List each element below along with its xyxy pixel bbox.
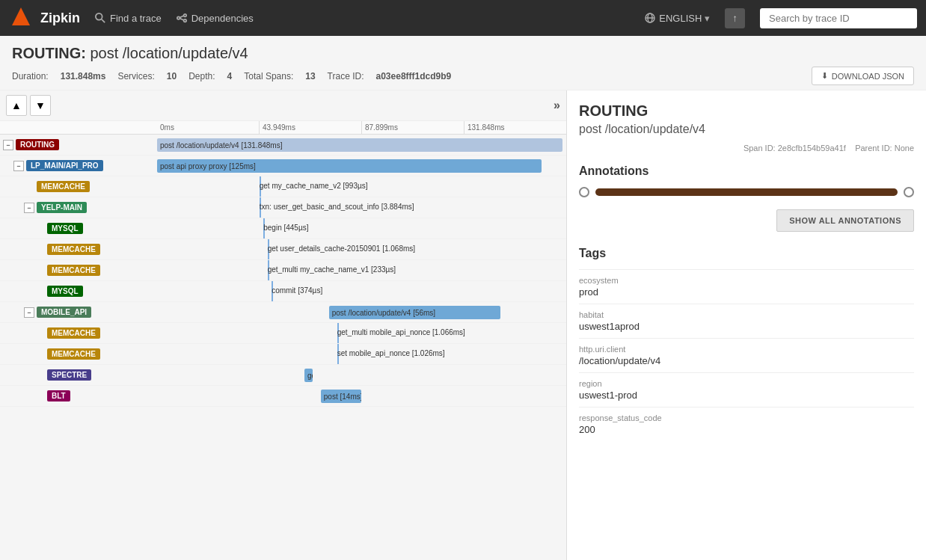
span-bar[interactable]: post [14ms] bbox=[321, 390, 362, 403]
span-badge[interactable]: LP_MAIN/API_PRO bbox=[26, 160, 103, 171]
trace-id-search[interactable] bbox=[760, 8, 917, 28]
zipkin-logo-icon bbox=[9, 6, 33, 30]
span-badge[interactable]: YELP-MAIN bbox=[37, 202, 87, 213]
svg-point-4 bbox=[183, 14, 186, 17]
annotation-slider bbox=[579, 187, 914, 197]
span-label-area: SPECTRE bbox=[0, 369, 157, 381]
tag-key: response_status_code bbox=[579, 413, 914, 422]
span-label-area: MEMCACHE bbox=[0, 348, 157, 360]
meta-bar: Duration: 131.848ms Services: 10 Depth: … bbox=[12, 67, 914, 85]
span-badge[interactable]: MYSQL bbox=[47, 286, 83, 297]
span-badge[interactable]: MEMCACHE bbox=[37, 181, 90, 192]
svg-line-2 bbox=[102, 19, 105, 22]
span-bar[interactable]: post /location/update/v4 [56ms] bbox=[329, 306, 501, 319]
collapse-button[interactable]: − bbox=[24, 203, 34, 213]
header: Zipkin Find a trace Dependencies ENGLISH… bbox=[0, 0, 926, 36]
span-label-area: −LP_MAIN/API_PRO bbox=[0, 160, 157, 171]
download-json-button[interactable]: ⬇ DOWNLOAD JSON bbox=[812, 67, 914, 85]
span-badge[interactable]: MEMCACHE bbox=[47, 265, 100, 276]
detail-panel: ROUTING post /location/update/v4 Span ID… bbox=[567, 90, 926, 560]
timeline-header: 0ms 43.949ms 87.899ms 131.848ms bbox=[0, 121, 566, 135]
nav-dependencies-label: Dependencies bbox=[191, 13, 254, 24]
svg-point-5 bbox=[183, 19, 186, 22]
tag-value: 200 bbox=[579, 424, 914, 435]
trace-id-value: a03ee8fff1dcd9b9 bbox=[376, 71, 452, 81]
span-row: MEMCACHEget my_cache_name_v2 [993µs] bbox=[0, 176, 566, 197]
services-value: 10 bbox=[167, 71, 177, 81]
span-bar[interactable]: post api proxy proxy [125ms] bbox=[157, 159, 542, 173]
span-text: get_multi my_cache_name_v1 [233µs] bbox=[268, 265, 396, 274]
logo-text: Zipkin bbox=[40, 10, 80, 26]
span-timeline: post /location/update/v4 [56ms] bbox=[157, 302, 566, 322]
span-row: SPECTREget [3ms] bbox=[0, 365, 566, 386]
span-label-area: MEMCACHE bbox=[0, 181, 157, 192]
span-text: get_multi mobile_api_nonce [1.066ms] bbox=[337, 328, 465, 336]
span-id: Span ID: 2e8cfb154b59a41f bbox=[743, 144, 846, 153]
span-badge[interactable]: MOBILE_API bbox=[37, 307, 91, 318]
span-badge[interactable]: MEMCACHE bbox=[47, 348, 100, 360]
tag-value: uswest1aprod bbox=[579, 321, 914, 332]
annotations-title: Annotations bbox=[579, 164, 914, 178]
span-text: get user_details_cache-20150901 [1.068ms… bbox=[268, 244, 415, 253]
span-timeline: post [14ms] bbox=[157, 386, 566, 406]
span-badge[interactable]: MYSQL bbox=[47, 223, 83, 234]
span-row: MYSQLcommit [374µs] bbox=[0, 281, 566, 302]
tag-key: http.uri.client bbox=[579, 345, 914, 354]
tag-row: habitatuswest1aprod bbox=[579, 304, 914, 338]
nav-find-trace[interactable]: Find a trace bbox=[95, 13, 162, 24]
span-row: −ROUTINGpost /location/update/v4 [131.84… bbox=[0, 135, 566, 156]
span-row: MYSQLbegin [445µs] bbox=[0, 218, 566, 239]
tag-value: uswest1-prod bbox=[579, 390, 914, 401]
span-label-area: −ROUTING bbox=[0, 139, 157, 150]
logo[interactable]: Zipkin bbox=[9, 6, 80, 30]
language-icon bbox=[644, 12, 656, 24]
slider-start-dot bbox=[579, 187, 589, 197]
span-row: MEMCACHEget_multi my_cache_name_v1 [233µ… bbox=[0, 260, 566, 281]
span-badge[interactable]: MEMCACHE bbox=[47, 244, 100, 255]
trace-controls: ▲ ▼ » bbox=[0, 90, 566, 121]
span-label-area: MYSQL bbox=[0, 223, 157, 234]
dependencies-icon bbox=[177, 13, 187, 23]
span-timeline: get [3ms] bbox=[157, 365, 566, 385]
detail-endpoint: post /location/update/v4 bbox=[579, 123, 914, 136]
span-bar[interactable]: post /location/update/v4 [131.848ms] bbox=[157, 138, 562, 152]
page-title: ROUTING: post /location/update/v4 bbox=[12, 45, 914, 62]
nav-find-trace-label: Find a trace bbox=[110, 13, 162, 24]
duration-label: Duration: bbox=[12, 71, 49, 81]
lang-selector[interactable]: ENGLISH ▾ bbox=[644, 12, 710, 24]
tick-1: 43.949ms bbox=[259, 121, 361, 134]
collapse-button[interactable]: − bbox=[24, 307, 34, 318]
span-indent bbox=[0, 265, 34, 276]
span-bar[interactable]: get [3ms] bbox=[304, 369, 313, 382]
tag-key: habitat bbox=[579, 310, 914, 319]
span-row: −YELP-MAINtxn: user_get_basic_and_scout_… bbox=[0, 197, 566, 218]
services-label: Services: bbox=[117, 71, 154, 81]
collapse-down-button[interactable]: ▼ bbox=[30, 95, 51, 116]
span-timeline: get_multi mobile_api_nonce [1.066ms] bbox=[157, 323, 566, 343]
span-text: get my_cache_name_v2 [993µs] bbox=[260, 182, 368, 190]
span-indent bbox=[0, 391, 34, 401]
span-badge[interactable]: SPECTRE bbox=[47, 369, 91, 381]
span-indent bbox=[0, 182, 24, 192]
span-badge[interactable]: MEMCACHE bbox=[47, 327, 100, 339]
tick-2: 87.899ms bbox=[361, 121, 464, 134]
span-text: commit [374µs] bbox=[272, 286, 322, 295]
upload-button[interactable]: ↑ bbox=[725, 8, 745, 28]
tag-value: /location/update/v4 bbox=[579, 355, 914, 366]
span-badge[interactable]: BLT bbox=[47, 390, 70, 401]
show-all-annotations-button[interactable]: SHOW ALL ANNOTATIONS bbox=[776, 209, 914, 232]
collapse-button[interactable]: − bbox=[3, 140, 13, 150]
expand-panel-button[interactable]: » bbox=[554, 99, 560, 112]
nav-dependencies[interactable]: Dependencies bbox=[177, 13, 254, 24]
tag-key: region bbox=[579, 379, 914, 388]
tag-row: ecosystemprod bbox=[579, 269, 914, 304]
slider-end-dot bbox=[904, 187, 914, 197]
collapse-up-button[interactable]: ▲ bbox=[6, 95, 27, 116]
trace-panel: ▲ ▼ » 0ms 43.949ms 87.899ms 131.848ms −R… bbox=[0, 90, 567, 560]
duration-value: 131.848ms bbox=[61, 71, 106, 81]
svg-point-1 bbox=[96, 13, 102, 20]
collapse-button[interactable]: − bbox=[13, 161, 24, 171]
search-icon bbox=[95, 13, 105, 23]
span-badge[interactable]: ROUTING bbox=[16, 139, 59, 150]
span-indent bbox=[0, 307, 24, 318]
